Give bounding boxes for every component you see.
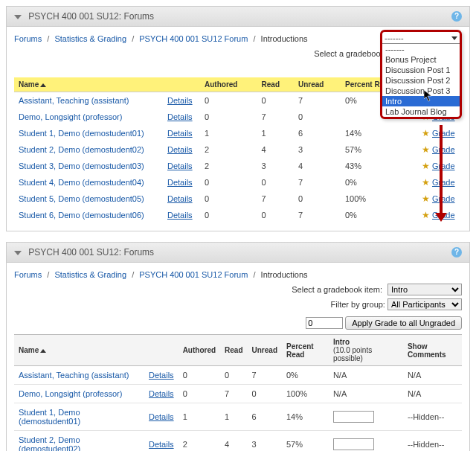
- col-comments[interactable]: Show Comments: [403, 335, 462, 366]
- help-icon[interactable]: ?: [451, 11, 462, 22]
- collapse-icon[interactable]: [14, 251, 22, 255]
- user-link[interactable]: Demo, Longsight (professor): [19, 389, 122, 398]
- help-icon[interactable]: ?: [451, 247, 462, 258]
- breadcrumb-stats[interactable]: Statistics & Grading: [54, 270, 126, 279]
- cell-read: 4: [220, 431, 247, 452]
- gradebook-dropdown-open[interactable]: ------- -------Bonus ProjectDiscussion P…: [380, 30, 462, 119]
- dropdown-option[interactable]: Discussion Post 2: [382, 75, 460, 86]
- apply-grade-button[interactable]: Apply Grade to all Ungraded: [345, 316, 462, 330]
- details-link[interactable]: Details: [149, 412, 174, 421]
- gradebook-select[interactable]: Intro: [387, 284, 462, 295]
- dropdown-option[interactable]: Lab Journal Blog: [382, 106, 460, 117]
- user-link[interactable]: Student 2, Demo (demostudent02): [19, 435, 80, 451]
- details-link[interactable]: Details: [149, 371, 174, 380]
- col-name[interactable]: Name: [19, 346, 39, 354]
- user-link[interactable]: Student 1, Demo (demostudent01): [19, 129, 144, 138]
- cell-pct: 14%: [282, 403, 329, 431]
- grade-input[interactable]: [333, 438, 374, 450]
- dropdown-option[interactable]: Intro: [382, 96, 460, 106]
- details-link[interactable]: Details: [167, 178, 193, 187]
- cell-unread: 3: [294, 141, 341, 158]
- cell-pct: 0%: [282, 366, 329, 385]
- user-link[interactable]: Student 1, Demo (demostudent01): [19, 408, 80, 426]
- dropdown-option[interactable]: Bonus Project: [382, 54, 460, 65]
- grade-input[interactable]: [333, 411, 374, 423]
- user-link[interactable]: Student 3, Demo (demostudent03): [19, 161, 144, 170]
- col-name[interactable]: Name: [19, 80, 39, 89]
- cell-read: 7: [257, 191, 294, 207]
- details-link[interactable]: Details: [149, 389, 174, 398]
- panel-title: PSYCH 400 001 SU12: Forums: [28, 11, 154, 22]
- breadcrumb-forums[interactable]: Forums: [14, 34, 42, 43]
- sort-asc-icon[interactable]: [40, 83, 46, 87]
- cell-pct: 14%: [341, 125, 417, 141]
- table-row: Student 2, Demo (demostudent02)Details24…: [14, 431, 462, 452]
- breadcrumb-forum[interactable]: PSYCH 400 001 SU12 Forum: [139, 34, 248, 43]
- table-row: Student 3, Demo (demostudent03)Details23…: [14, 158, 462, 174]
- cell-read: 4: [257, 141, 294, 158]
- cell-unread: 6: [248, 403, 282, 431]
- col-unread[interactable]: Unread: [294, 77, 341, 92]
- cell-comments-na: N/A: [408, 371, 421, 380]
- cell-comments-hidden: --Hidden--: [408, 440, 445, 449]
- details-link[interactable]: Details: [167, 129, 193, 138]
- breadcrumb-forum[interactable]: PSYCH 400 001 SU12 Forum: [139, 270, 248, 279]
- dropdown-option[interactable]: Discussion Post 3: [382, 86, 460, 96]
- panel-title: PSYCH 400 001 SU12: Forums: [28, 247, 154, 258]
- col-read[interactable]: Read: [220, 335, 247, 366]
- col-points: (10.0 points possible): [333, 346, 399, 362]
- user-link[interactable]: Assistant, Teaching (assistant): [19, 371, 129, 380]
- user-link[interactable]: Demo, Longsight (professor): [19, 112, 122, 121]
- grade-link[interactable]: Grade: [432, 129, 455, 138]
- details-link[interactable]: Details: [167, 161, 193, 170]
- details-link[interactable]: Details: [167, 194, 193, 203]
- details-link[interactable]: Details: [167, 211, 193, 220]
- cell-authored: 1: [178, 403, 220, 431]
- table-row: Student 1, Demo (demostudent01)Details11…: [14, 403, 462, 431]
- user-link[interactable]: Student 6, Demo (demostudent06): [19, 211, 144, 220]
- dropdown-option[interactable]: Discussion Post 1: [382, 65, 460, 75]
- user-link[interactable]: Student 4, Demo (demostudent04): [19, 178, 144, 187]
- details-link[interactable]: Details: [167, 145, 193, 154]
- cell-pct: 43%: [341, 158, 417, 174]
- panel-forums-before: PSYCH 400 001 SU12: Forums ? Forums / St…: [6, 6, 470, 231]
- dropdown-option[interactable]: -------: [382, 44, 460, 54]
- cell-authored: 2: [178, 431, 220, 452]
- cell-read: 0: [257, 174, 294, 191]
- panel-forums-after: PSYCH 400 001 SU12: Forums ? Forums / St…: [6, 242, 470, 451]
- cell-authored: 0: [200, 92, 257, 109]
- cell-read: 1: [257, 125, 294, 141]
- breadcrumb-stats[interactable]: Statistics & Grading: [54, 34, 126, 43]
- cell-read: 7: [220, 385, 247, 403]
- col-read[interactable]: Read: [257, 77, 294, 92]
- grade-link[interactable]: Grade: [432, 194, 455, 203]
- table-row: Student 1, Demo (demostudent01)Details11…: [14, 125, 462, 141]
- table-row: Student 2, Demo (demostudent02)Details24…: [14, 141, 462, 158]
- col-authored[interactable]: Authored: [178, 335, 220, 366]
- user-link[interactable]: Assistant, Teaching (assistant): [19, 96, 129, 105]
- grade-star-icon: [422, 161, 431, 170]
- collapse-icon[interactable]: [14, 15, 22, 19]
- col-unread[interactable]: Unread: [248, 335, 282, 366]
- grade-star-icon: [422, 211, 431, 220]
- breadcrumb-current: Introductions: [261, 270, 308, 279]
- cell-read: 0: [220, 366, 247, 385]
- user-link[interactable]: Student 2, Demo (demostudent02): [19, 145, 144, 154]
- cell-pct: 100%: [282, 385, 329, 403]
- details-link[interactable]: Details: [167, 96, 193, 105]
- details-link[interactable]: Details: [149, 440, 174, 449]
- col-pct[interactable]: Percent Read: [282, 335, 329, 366]
- filter-group-select[interactable]: All Participants: [387, 298, 462, 310]
- col-authored[interactable]: Authored: [200, 77, 257, 92]
- grade-link[interactable]: Grade: [432, 161, 455, 170]
- breadcrumb-forums[interactable]: Forums: [14, 270, 42, 279]
- chevron-down-icon[interactable]: [451, 36, 457, 40]
- sort-asc-icon[interactable]: [40, 349, 46, 353]
- grade-link[interactable]: Grade: [432, 145, 455, 154]
- user-link[interactable]: Student 5, Demo (demostudent05): [19, 194, 144, 203]
- details-link[interactable]: Details: [167, 112, 193, 121]
- apply-grade-input[interactable]: [306, 317, 343, 329]
- cell-unread: 7: [248, 366, 282, 385]
- grade-link[interactable]: Grade: [432, 178, 455, 187]
- cell-read: 0: [257, 92, 294, 109]
